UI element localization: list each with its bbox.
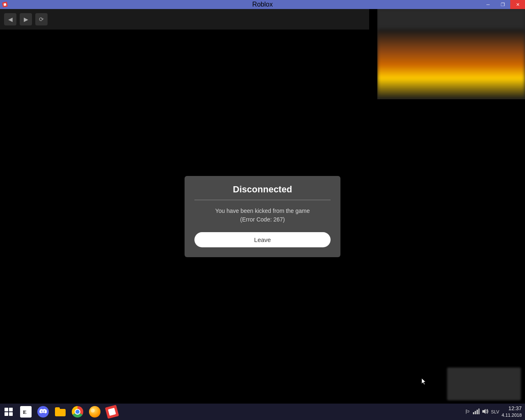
svg-rect-7 [479,409,480,414]
epic-games-icon: E [20,406,32,418]
svg-rect-1 [4,3,7,6]
restore-button[interactable]: ❐ [495,0,510,9]
right-panel-header [377,9,525,30]
toolbar: ◀ ▶ ⟳ [0,9,369,30]
dialog-overlay: Disconnected You have been kicked from t… [0,30,525,404]
start-button[interactable] [0,404,17,420]
taskbar-app-roblox[interactable] [103,404,121,420]
svg-rect-6 [477,410,478,414]
titlebar-title: Roblox [252,1,273,8]
palemoon-icon [89,406,100,418]
refresh-button[interactable]: ⟳ [35,13,48,25]
svg-marker-8 [482,409,486,414]
chrome-icon [72,406,83,418]
titlebar-controls: ─ ❐ ✕ [481,0,525,9]
disconnected-dialog: Disconnected You have been kicked from t… [185,176,340,257]
taskbar-app-file-explorer[interactable] [52,404,69,420]
forward-button[interactable]: ▶ [20,13,32,25]
taskbar-app-discord[interactable] [34,404,52,420]
network-icon [473,409,479,415]
taskbar-app-epic-games[interactable]: E [17,404,34,420]
clock-date: 4.11.2018 [502,412,522,418]
leave-button[interactable]: Leave [194,232,331,247]
taskbar-app-chrome[interactable] [69,404,86,420]
discord-icon [37,406,49,418]
language-label: SLV [491,409,499,414]
dialog-title: Disconnected [194,184,331,195]
svg-text:E: E [23,409,27,415]
minimize-button[interactable]: ─ [481,0,495,9]
taskbar: E 🏳 [0,404,525,420]
file-explorer-icon [55,407,66,416]
mouse-cursor [422,378,427,386]
back-button[interactable]: ◀ [4,13,16,25]
system-clock[interactable]: 12:37 4.11.2018 [502,405,522,418]
taskbar-app-palemoon[interactable] [86,404,103,420]
windows-logo-icon [5,408,13,416]
roblox-logo-icon [2,1,8,8]
volume-icon [482,409,488,415]
svg-rect-4 [473,412,474,414]
roblox-taskbar-icon [105,405,119,419]
dialog-message: You have been kicked from the game (Erro… [194,207,331,224]
dialog-divider [194,200,331,200]
titlebar: Roblox ─ ❐ ✕ [0,0,525,9]
language-flag-icon: 🏳 [465,409,470,415]
system-tray: 🏳 SLV 12:37 4.11 [465,405,525,418]
close-button[interactable]: ✕ [510,0,525,9]
clock-time: 12:37 [502,405,522,412]
svg-rect-5 [475,411,476,414]
dialog-message-line1: You have been kicked from the game [215,208,310,214]
tray-icons: 🏳 SLV [465,409,499,415]
dialog-message-line2: (Error Code: 267) [240,216,285,223]
notification-area [447,368,521,400]
